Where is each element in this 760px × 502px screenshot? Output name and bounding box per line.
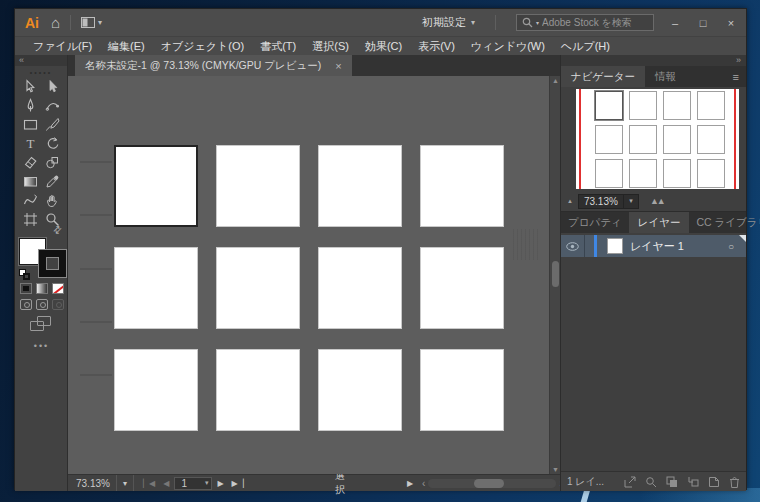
new-layer-button[interactable] bbox=[708, 476, 720, 488]
nav-square[interactable] bbox=[629, 91, 657, 120]
tools-grip-handle[interactable]: ••••• bbox=[15, 69, 67, 77]
artboard-number-field[interactable]: 1 ▾ bbox=[174, 477, 212, 490]
menu-object[interactable]: オブジェクト(O) bbox=[153, 39, 252, 54]
menu-help[interactable]: ヘルプ(H) bbox=[553, 39, 618, 54]
shaper-tool[interactable] bbox=[20, 192, 40, 210]
tab-cc-libraries[interactable]: CC ライブラリ bbox=[689, 212, 760, 233]
document-tab[interactable]: 名称未設定-1 @ 73.13% (CMYK/GPU プレビュー) × bbox=[75, 55, 352, 76]
artboard[interactable] bbox=[318, 247, 402, 329]
status-zoom-level[interactable]: 73.13% bbox=[68, 478, 116, 489]
home-icon[interactable]: ⌂ bbox=[51, 14, 60, 31]
menu-file[interactable]: ファイル(F) bbox=[25, 39, 100, 54]
scroll-down-icon[interactable]: ▼ bbox=[550, 466, 560, 473]
document-close-icon[interactable]: × bbox=[335, 60, 341, 72]
first-artboard-button[interactable]: ▏◀ bbox=[140, 479, 158, 488]
layer-target-icon[interactable]: ○ bbox=[728, 241, 734, 252]
horizontal-scrollbar-thumb[interactable] bbox=[474, 479, 504, 488]
nav-square[interactable] bbox=[629, 159, 657, 188]
collect-for-export-button[interactable] bbox=[624, 476, 636, 488]
artboard[interactable] bbox=[114, 247, 198, 329]
eyedropper-tool[interactable] bbox=[42, 173, 62, 191]
next-artboard-button[interactable]: ▶ bbox=[214, 479, 226, 488]
artboard[interactable] bbox=[114, 145, 198, 227]
menu-window[interactable]: ウィンドウ(W) bbox=[463, 39, 553, 54]
scroll-up-icon[interactable]: ▲ bbox=[550, 77, 560, 84]
workspace-switcher[interactable]: 初期設定 ▾ bbox=[422, 15, 475, 30]
artboard[interactable] bbox=[420, 247, 504, 329]
nav-square[interactable] bbox=[663, 125, 691, 154]
navigator-zoom-field[interactable]: 73.13% bbox=[578, 194, 624, 209]
vertical-scrollbar[interactable]: ▲ ▼ bbox=[549, 76, 560, 474]
artboard[interactable] bbox=[420, 349, 504, 431]
artboard[interactable] bbox=[420, 145, 504, 227]
nav-square[interactable] bbox=[595, 159, 623, 188]
menu-select[interactable]: 選択(S) bbox=[304, 39, 357, 54]
paintbrush-tool[interactable] bbox=[42, 116, 62, 134]
tab-info[interactable]: 情報 bbox=[645, 66, 686, 87]
previous-artboard-button[interactable]: ◀ bbox=[160, 479, 172, 488]
artboard[interactable] bbox=[216, 247, 300, 329]
none-button[interactable] bbox=[52, 283, 64, 294]
last-artboard-button[interactable]: ▶▕ bbox=[229, 479, 247, 488]
tab-layers[interactable]: レイヤー bbox=[629, 212, 690, 233]
panel-menu-icon[interactable]: ≡ bbox=[726, 66, 746, 87]
navigator-zoom-dropdown[interactable]: ▾ bbox=[624, 194, 639, 209]
type-tool[interactable]: T bbox=[20, 135, 40, 153]
color-button[interactable] bbox=[20, 283, 32, 294]
locate-object-button[interactable] bbox=[645, 476, 657, 488]
selection-tool[interactable] bbox=[20, 78, 40, 96]
horizontal-scrollbar-track[interactable] bbox=[428, 479, 556, 488]
artboard-tool[interactable] bbox=[20, 211, 40, 229]
eraser-tool[interactable] bbox=[20, 154, 40, 172]
zoom-dropdown-icon[interactable]: ▾ bbox=[116, 475, 134, 491]
panel-expand-button[interactable]: » bbox=[561, 55, 746, 66]
layer-row[interactable]: レイヤー 1 ○ bbox=[561, 235, 746, 257]
rectangle-tool[interactable] bbox=[20, 116, 40, 134]
visibility-toggle[interactable] bbox=[561, 235, 585, 257]
rotate-tool[interactable] bbox=[42, 135, 62, 153]
adobe-stock-search[interactable]: ▾ bbox=[516, 14, 654, 31]
horizontal-scrollbar[interactable]: ‹ › bbox=[419, 478, 566, 489]
edit-toolbar-button[interactable]: ••• bbox=[15, 341, 68, 351]
nav-square[interactable] bbox=[629, 125, 657, 154]
hand-tool[interactable] bbox=[42, 192, 62, 210]
zoom-in-icon[interactable]: ▲▲ bbox=[650, 196, 664, 206]
nav-square[interactable] bbox=[697, 159, 725, 188]
nav-square[interactable] bbox=[663, 159, 691, 188]
scroll-left-icon[interactable]: ‹ bbox=[419, 478, 428, 489]
new-sublayer-button[interactable] bbox=[687, 476, 699, 488]
draw-inside-button[interactable] bbox=[52, 299, 64, 310]
nav-square[interactable] bbox=[663, 91, 691, 120]
screen-mode-button[interactable] bbox=[30, 316, 52, 332]
default-colors-icon[interactable] bbox=[19, 269, 30, 280]
menu-view[interactable]: 表示(V) bbox=[410, 39, 463, 54]
delete-layer-button[interactable] bbox=[729, 476, 740, 488]
layer-thumbnail[interactable] bbox=[607, 238, 623, 254]
gradient-tool[interactable] bbox=[20, 173, 40, 191]
nav-square[interactable] bbox=[595, 91, 623, 120]
artboard[interactable] bbox=[216, 145, 300, 227]
nav-square[interactable] bbox=[697, 125, 725, 154]
direct-selection-tool[interactable] bbox=[42, 78, 62, 96]
artboard[interactable] bbox=[318, 349, 402, 431]
clipping-mask-button[interactable] bbox=[666, 476, 678, 488]
nav-square[interactable] bbox=[697, 91, 725, 120]
close-button[interactable]: × bbox=[724, 17, 738, 29]
tools-collapse-button[interactable]: « bbox=[15, 55, 67, 66]
canvas[interactable]: ▲ ▼ bbox=[68, 76, 560, 474]
maximize-button[interactable]: □ bbox=[696, 17, 710, 29]
draw-behind-button[interactable] bbox=[36, 299, 48, 310]
menu-type[interactable]: 書式(T) bbox=[252, 39, 304, 54]
stroke-color-swatch[interactable] bbox=[39, 250, 66, 277]
tab-navigator[interactable]: ナビゲーター bbox=[561, 66, 645, 87]
draw-normal-button[interactable] bbox=[20, 299, 32, 310]
artboard[interactable] bbox=[318, 145, 402, 227]
artboard[interactable] bbox=[114, 349, 198, 431]
nav-square[interactable] bbox=[595, 125, 623, 154]
status-flyout-icon[interactable]: ▶ bbox=[407, 479, 413, 488]
search-input[interactable] bbox=[542, 17, 648, 28]
menu-effect[interactable]: 効果(C) bbox=[357, 39, 410, 54]
vertical-scrollbar-thumb[interactable] bbox=[552, 261, 559, 287]
artboard[interactable] bbox=[216, 349, 300, 431]
layer-name[interactable]: レイヤー 1 bbox=[630, 239, 684, 254]
